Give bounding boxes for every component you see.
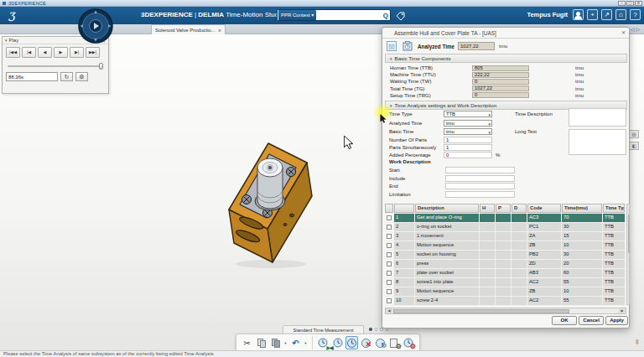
code-cell[interactable]: AB3 xyxy=(527,269,561,277)
time-cell[interactable]: 55 xyxy=(562,297,602,305)
h-cell[interactable] xyxy=(480,269,495,277)
p-cell[interactable] xyxy=(496,241,511,250)
panel-nav-arrows[interactable]: ◁▷ xyxy=(631,26,641,32)
h-cell[interactable] xyxy=(480,232,495,241)
table-header-cell[interactable]: Time(tmu) xyxy=(562,204,602,213)
time-cell[interactable]: 30 xyxy=(562,251,602,259)
play-settings-gear-icon[interactable]: ⚙ xyxy=(75,72,88,81)
p-cell[interactable] xyxy=(496,260,511,268)
code-cell[interactable]: ZB xyxy=(527,287,561,296)
h-cell[interactable] xyxy=(480,278,495,287)
p-cell[interactable] xyxy=(496,251,511,259)
table-row[interactable]: 2o-ring on socketPC130TTB xyxy=(385,223,626,231)
window-minimize-button[interactable]: – xyxy=(618,1,626,6)
row-select-cell[interactable] xyxy=(385,241,393,250)
slider-handle[interactable] xyxy=(99,63,103,70)
table-row[interactable]: 4Motion sequenceZB10TTB xyxy=(385,241,626,250)
table-header-cell[interactable] xyxy=(394,204,414,213)
h-cell[interactable] xyxy=(480,223,495,231)
time-component-value[interactable]: 1027,22 xyxy=(472,85,529,91)
table-horizontal-scrollbar[interactable]: ◀ ▶ xyxy=(385,308,626,314)
table-header-cell[interactable] xyxy=(385,204,393,213)
row-checkbox[interactable] xyxy=(387,280,392,285)
p-cell[interactable] xyxy=(496,214,511,222)
analyzed-time-clock-icon[interactable] xyxy=(402,41,413,51)
play-forward-button[interactable]: ▶ xyxy=(54,47,68,58)
d-cell[interactable] xyxy=(512,297,527,305)
dialog-close-icon[interactable]: ✕ xyxy=(621,29,626,35)
p-cell[interactable] xyxy=(496,223,511,231)
cancel-button[interactable]: Cancel xyxy=(579,316,604,325)
play-backward-button[interactable]: ◀ xyxy=(38,47,52,58)
code-cell[interactable]: AC3 xyxy=(527,214,561,222)
table-row[interactable]: 5socket on housingPB230TTB xyxy=(385,251,626,259)
p-cell[interactable] xyxy=(496,297,511,305)
cut-icon[interactable]: ✂ xyxy=(241,336,253,349)
row-select-cell[interactable] xyxy=(385,260,393,268)
description-cell[interactable]: 1 movement xyxy=(415,232,479,241)
tag-icon[interactable] xyxy=(396,12,405,21)
table-row[interactable]: 1Get and place O-ringAC370TTB xyxy=(385,214,626,222)
p-cell[interactable] xyxy=(496,287,511,296)
section-basic-time-components[interactable]: ▾Basic Time Components xyxy=(385,54,627,63)
row-checkbox[interactable] xyxy=(387,243,392,248)
description-cell[interactable]: screw1 into plate xyxy=(415,278,479,287)
pager-dot[interactable] xyxy=(375,328,378,331)
row-select-cell[interactable] xyxy=(385,287,393,296)
slider-track[interactable] xyxy=(8,65,103,67)
code-cell[interactable]: AC2 xyxy=(527,278,561,287)
time-cell[interactable]: 10 xyxy=(562,241,602,250)
row-checkbox[interactable] xyxy=(387,289,392,294)
time-cell[interactable]: 10 xyxy=(562,287,602,296)
time-type-cell[interactable]: TTB xyxy=(603,251,625,259)
code-cell[interactable]: ZB xyxy=(527,241,561,250)
solenoid-valve-3d-model[interactable] xyxy=(212,132,334,271)
home-icon[interactable]: ⌂ xyxy=(615,9,626,20)
code-cell[interactable]: PB2 xyxy=(527,251,561,259)
description-cell[interactable]: Get and place O-ring xyxy=(415,214,479,222)
collapse-icon[interactable]: ▾ xyxy=(5,38,8,43)
table-header-cell[interactable]: Code xyxy=(527,204,561,213)
h-cell[interactable] xyxy=(480,260,495,268)
pager-dot-active[interactable] xyxy=(369,328,372,331)
row-checkbox[interactable] xyxy=(387,271,392,276)
time-cell[interactable]: 30 xyxy=(562,223,602,231)
side-panel-button-1[interactable]: ▤ xyxy=(629,130,639,138)
user-name[interactable]: Tempus Fugit xyxy=(527,11,568,18)
parts-simultaneously-field[interactable]: 1 xyxy=(444,144,492,151)
time-cell[interactable]: 55 xyxy=(562,278,602,287)
table-header-cell[interactable]: H xyxy=(480,204,495,213)
copy-icon[interactable] xyxy=(255,336,267,349)
description-cell[interactable]: Motion sequence xyxy=(415,287,479,296)
time-component-value[interactable]: 805 xyxy=(472,65,529,71)
jump-to-end-button[interactable]: ▶▶| xyxy=(86,47,100,58)
added-percentage-field[interactable]: 0 xyxy=(444,152,492,158)
update-time-analysis-icon[interactable]: ↻ xyxy=(374,336,387,349)
code-cell[interactable]: ZA xyxy=(527,232,561,241)
code-cell[interactable]: PC1 xyxy=(527,223,561,231)
time-cell[interactable]: 60 xyxy=(562,269,602,277)
time-type-cell[interactable]: TTB xyxy=(603,287,625,296)
time-type-cell[interactable]: TTB xyxy=(603,232,625,241)
description-cell[interactable]: o-ring on socket xyxy=(415,223,479,231)
dialog-header[interactable]: Assemble Hull and Cover Plate TA - [UAS]… xyxy=(382,28,629,39)
time-description-field[interactable] xyxy=(569,108,626,127)
row-checkbox[interactable] xyxy=(387,252,392,257)
time-type-cell[interactable]: TTB xyxy=(603,269,625,277)
d-cell[interactable] xyxy=(512,232,527,241)
time-settings-icon[interactable]: ⚙ xyxy=(402,336,415,349)
help-icon[interactable]: ? xyxy=(630,9,641,20)
window-close-button[interactable]: ✕ xyxy=(635,1,642,6)
p-cell[interactable] xyxy=(496,278,511,287)
d-cell[interactable] xyxy=(512,260,527,268)
h-cell[interactable] xyxy=(480,251,495,259)
window-maximize-button[interactable]: ▢ xyxy=(626,1,634,6)
table-vertical-scrollbar[interactable] xyxy=(626,204,630,305)
time-type-cell[interactable]: TTB xyxy=(603,278,625,287)
long-text-field[interactable] xyxy=(569,129,626,155)
work-field-input[interactable] xyxy=(445,175,515,182)
description-cell[interactable]: press xyxy=(415,260,479,268)
work-field-input[interactable] xyxy=(445,183,515,189)
table-row[interactable]: 31 movementZA15TTB xyxy=(385,232,626,241)
document-tab[interactable]: Solenoid Valve Productio... x xyxy=(151,24,226,34)
